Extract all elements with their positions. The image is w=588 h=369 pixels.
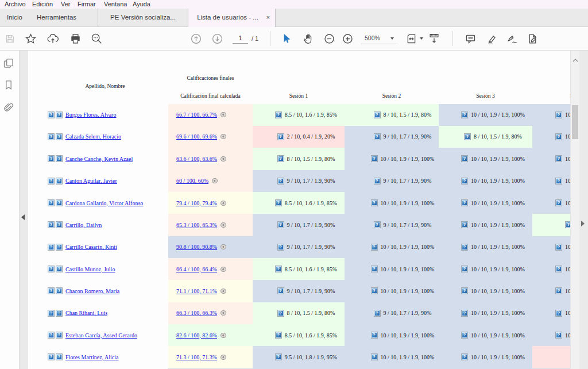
comment-icon[interactable] [464, 32, 477, 45]
student-name-cell: ??Esteban García, Assed Gerardo [48, 324, 137, 346]
tab-close-icon[interactable]: × [266, 9, 270, 26]
question-placeholder-icon: ? [277, 244, 284, 251]
table-row: ??Chacon Romero, Maria71.1 / 100, 71.1%?… [27, 280, 570, 302]
highlighter-icon[interactable] [485, 32, 498, 45]
session-grade-cell: ?8.5 / 10, 1.6 / 1.9, 85% [253, 192, 345, 214]
page-number-input[interactable]: 1 [233, 33, 248, 44]
student-name-link[interactable]: Burgos Flores, Alvaro [65, 112, 116, 118]
save-icon[interactable] [3, 32, 16, 45]
edit-page-icon[interactable] [526, 32, 539, 45]
page-thumbnails-icon[interactable] [3, 57, 16, 70]
page-up-icon[interactable] [189, 32, 202, 45]
final-grade-link[interactable]: 60 / 100, 60% [176, 178, 208, 184]
right-panel-bar [579, 51, 588, 369]
toolbar-separator-1 [270, 31, 270, 46]
zoom-search-icon[interactable] [90, 32, 103, 45]
star-icon[interactable] [24, 32, 37, 45]
student-name-link[interactable]: Canton Aguilar, Javier [65, 178, 117, 184]
session-grade-value: 10 / 10, 1.9 / 1.9, 100% [471, 178, 525, 184]
final-grade-link[interactable]: 65.3 / 100, 65.3% [176, 222, 217, 228]
question-placeholder-icon: ? [56, 112, 63, 118]
fit-width-icon[interactable] [405, 32, 417, 45]
select-tool-icon[interactable] [280, 32, 292, 45]
session-grade-value: 10 / 10, 1.9 / 1.9, 100% [471, 222, 525, 228]
menu-firmar[interactable]: Firmar [78, 1, 96, 8]
eye-icon [220, 134, 226, 139]
menu-ventana[interactable]: Ventana [104, 1, 127, 8]
menu-edicion[interactable]: Edición [32, 1, 53, 8]
menu-archivo[interactable]: Archivo [5, 1, 26, 8]
question-placeholder-icon: ? [277, 133, 284, 140]
question-placeholder-icon: ? [555, 133, 562, 140]
vertical-scrollbar[interactable] [570, 51, 579, 369]
final-grade-link[interactable]: 82.6 / 100, 82.6% [176, 332, 217, 339]
final-grade-cell: 60 / 100, 60% [168, 170, 253, 192]
final-grade-link[interactable]: 63.6 / 100, 63.6% [176, 156, 217, 162]
col-header-sesion4: Sesión 4 [532, 93, 570, 99]
attachments-icon[interactable] [3, 102, 16, 114]
doc-tab-pe-version[interactable]: PE Versión socializa... [98, 9, 188, 26]
question-placeholder-icon: ? [464, 133, 471, 140]
tab-inicio[interactable]: Inicio [7, 9, 22, 26]
student-name-link[interactable]: Canche Canche, Kevin Azael [65, 156, 133, 162]
zoom-in-icon[interactable] [341, 32, 354, 45]
group-header: Calificaciones finales [168, 75, 253, 82]
page-scroll-icon[interactable] [428, 32, 440, 45]
student-name-link[interactable]: Calzada Selem, Horacio [65, 133, 121, 140]
student-name-link[interactable]: Carrillo Casarin, Kinti [65, 244, 117, 250]
student-name-link[interactable]: Castillo Munoz, Julio [65, 266, 115, 272]
student-name-link[interactable]: Chan Rihani, Luis [65, 310, 107, 316]
page-down-icon[interactable] [211, 32, 223, 45]
session-grade-value: 8 / 10, 1.5 / 1.9, 80% [384, 112, 432, 118]
question-placeholder-icon: ? [461, 112, 468, 118]
final-grade-link[interactable]: 69.6 / 100, 69.6% [176, 133, 217, 140]
hand-tool-icon[interactable] [301, 32, 314, 45]
zoom-caret-icon [390, 37, 394, 40]
menu-bar: Archivo Edición Ver Firmar Ventana Ayuda [0, 0, 588, 9]
final-grade-link[interactable]: 71.1 / 100, 71.1% [176, 288, 217, 294]
zoom-level-select[interactable]: 500% [361, 32, 396, 44]
question-placeholder-icon: ? [48, 199, 55, 206]
session-grade-value: 10 / 10, 1.9 / 1.9, 100% [381, 288, 435, 294]
cloud-upload-icon[interactable] [47, 32, 59, 45]
session-grade-value: 10 / 10, 1.9 / 1.9, 100% [471, 200, 525, 206]
final-grade-link[interactable]: 66.7 / 100, 66.7% [176, 112, 217, 118]
print-icon[interactable] [69, 32, 82, 45]
student-name-link[interactable]: Carrillo, Dailyn [65, 222, 102, 228]
final-grade-link[interactable]: 71.3 / 100, 71.3% [176, 354, 217, 360]
scrollbar-up-icon[interactable] [572, 54, 578, 64]
student-name-link[interactable]: Flores Martinez, Alicia [65, 354, 118, 360]
question-placeholder-icon: ? [461, 310, 468, 317]
scrollbar-thumb[interactable] [572, 105, 578, 139]
session-grade-cell: ?10 / 10, 1.9 / 1.9, 100% [439, 346, 532, 368]
collapse-left-panel-icon[interactable] [21, 214, 25, 220]
menu-ayuda[interactable]: Ayuda [133, 1, 150, 8]
doc-tab-lista-usuarios-label: Lista de usuarios - ... [197, 14, 258, 21]
session-grade-value: 10 / 10, 1.9 / 1.9, 100% [381, 200, 435, 206]
menu-ver[interactable]: Ver [61, 1, 71, 8]
table-row: ??Cardona Gallardo, Victor Alfonso79.4 /… [27, 192, 570, 214]
final-grade-cell: 66.3 / 100, 66.3% [168, 302, 253, 324]
student-name-link[interactable]: Chacon Romero, Maria [65, 288, 119, 294]
final-grade-link[interactable]: 66.3 / 100, 66.3% [176, 310, 217, 316]
student-name-link[interactable]: Cardona Gallardo, Victor Alfonso [65, 200, 143, 206]
session-grade-cell: ?8 / 10, 1.5 / 1.9, 80% [253, 148, 345, 170]
bookmarks-icon[interactable] [3, 79, 16, 92]
doc-tab-lista-usuarios[interactable]: Lista de usuarios - ... × [188, 9, 276, 27]
student-name-cell: ??Carrillo Casarin, Kinti [48, 236, 117, 258]
final-grade-cell: 71.1 / 100, 71.1% [168, 280, 253, 302]
session-grade-cell: ?2 / 10, 0.4 / 1.9, 20% [253, 126, 345, 148]
student-name-link[interactable]: Esteban García, Assed Gerardo [65, 332, 137, 339]
sign-icon[interactable] [506, 32, 519, 45]
final-grade-link[interactable]: 66.4 / 100, 66.4% [176, 266, 217, 272]
final-grade-link[interactable]: 79.4 / 100, 79.4% [176, 200, 217, 206]
question-placeholder-icon: ? [48, 244, 55, 251]
fit-width-caret-icon[interactable] [420, 37, 423, 40]
session-grade-value: 8.5 / 10, 1.6 / 1.9, 85% [285, 266, 337, 272]
session-grade-cell: ?8.5 / 10, 1.6 / 1.9, 85% [253, 104, 345, 126]
expand-right-panel-icon[interactable] [581, 221, 585, 226]
zoom-out-icon[interactable] [323, 32, 335, 45]
final-grade-link[interactable]: 90.8 / 100, 90.8% [176, 244, 217, 250]
tab-herramientas[interactable]: Herramientas [37, 9, 76, 26]
session-grade-value: 9.5 / 10, 1.8 / 1.9, 95% [285, 354, 337, 360]
